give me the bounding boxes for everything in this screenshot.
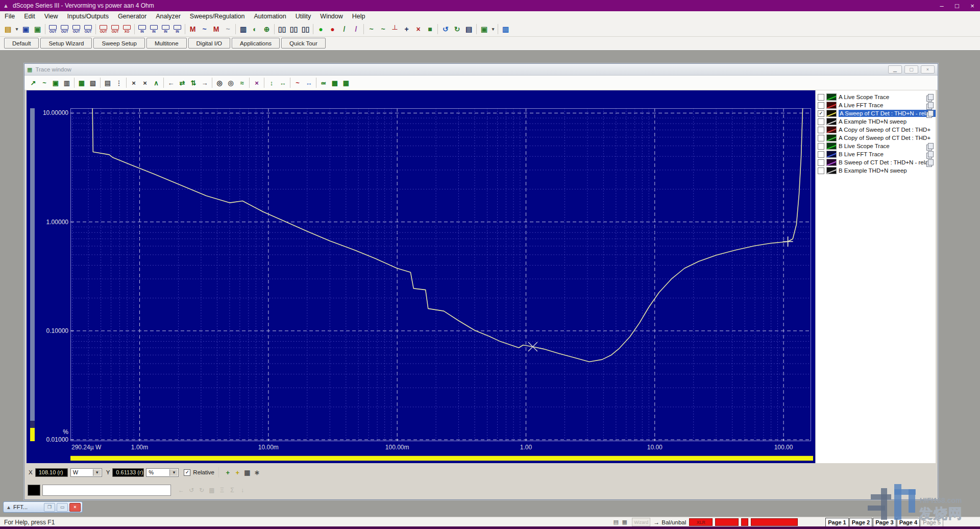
undo-icon[interactable]: ↺: [439, 23, 451, 35]
trace-minimize-button[interactable]: ▁: [888, 65, 902, 74]
menu-view[interactable]: View: [40, 11, 63, 21]
x-axis-scrollbar[interactable]: [70, 455, 813, 461]
trace-checkbox[interactable]: [818, 159, 824, 166]
normalize-icon[interactable]: ≃: [318, 77, 329, 88]
trace-checkbox[interactable]: [818, 118, 824, 125]
analyzer-2-icon[interactable]: M: [210, 23, 222, 35]
copy-trace-icon[interactable]: [928, 110, 934, 116]
legend-row-label[interactable]: B Live FFT Trace: [839, 151, 936, 157]
page-button-page-1[interactable]: Page 1: [825, 518, 848, 527]
tab-setup-wizard[interactable]: Setup Wizard: [40, 38, 92, 49]
io-mode-label[interactable]: Bal/unbal: [662, 519, 686, 525]
legend-row[interactable]: B Sweep of CT Det : THD+N - rela: [816, 158, 936, 166]
page-button-page-3[interactable]: Page 3: [873, 518, 896, 527]
copy-trace-icon[interactable]: [928, 94, 934, 100]
pan-left-icon[interactable]: ←: [165, 77, 177, 88]
trace-color-swatch[interactable]: [28, 485, 40, 496]
trace-checkbox[interactable]: [818, 135, 824, 141]
copy-trace-icon[interactable]: [928, 159, 934, 165]
trace-checkbox[interactable]: [818, 151, 824, 158]
legend-row[interactable]: B Example THD+N sweep: [816, 166, 936, 175]
grid-icon[interactable]: ▤: [102, 77, 113, 88]
tab-default[interactable]: Default: [4, 38, 39, 49]
menu-automation[interactable]: Automation: [250, 11, 291, 21]
legend-row-label[interactable]: A Copy of Sweep of CT Det : THD+: [839, 127, 936, 133]
save-trace-icon[interactable]: ▣: [50, 77, 61, 88]
y-axis-scrollbar[interactable]: [30, 108, 35, 441]
input-a-icon[interactable]: IN: [136, 23, 148, 35]
add-reference-cursor-icon[interactable]: +: [233, 468, 242, 477]
region-icon[interactable]: ▩: [329, 77, 340, 88]
redo-icon[interactable]: ↻: [451, 23, 463, 35]
channel-ab-icon[interactable]: ▯▯: [288, 23, 300, 35]
sweep-alt-icon[interactable]: /: [350, 23, 362, 35]
analyzer-1-icon[interactable]: M: [187, 23, 199, 35]
legend-row[interactable]: A Copy of Sweep of CT Det : THD+: [816, 134, 936, 142]
legend-row[interactable]: A Example THD+N sweep: [816, 117, 936, 126]
legend-row[interactable]: B Live Scope Trace: [816, 142, 936, 150]
pan-right-icon[interactable]: →: [199, 77, 210, 88]
print-icon[interactable]: ▤: [463, 23, 475, 35]
legend-row-label[interactable]: B Live Scope Trace: [839, 143, 936, 149]
span-icon[interactable]: ↔: [303, 77, 314, 88]
autoscale-icon[interactable]: ↗: [28, 77, 39, 88]
zoom-in-icon[interactable]: ◎: [214, 77, 225, 88]
menu-help[interactable]: Help: [348, 11, 370, 21]
y-readout-value[interactable]: 0.61133 (r): [112, 468, 144, 477]
tab-sweep-setup[interactable]: Sweep Setup: [93, 38, 144, 49]
trace-checkbox[interactable]: [818, 127, 824, 133]
meter-icon[interactable]: ◐: [249, 23, 261, 35]
page-button-page-4[interactable]: Page 4: [897, 518, 920, 527]
report-dropdown-icon[interactable]: ▾: [490, 23, 496, 35]
menu-sweeps-regulation[interactable]: Sweeps/Regulation: [185, 11, 250, 21]
report-icon[interactable]: ▣: [478, 23, 490, 35]
trigger-icon[interactable]: ┴: [389, 23, 401, 35]
expand-x-icon[interactable]: ⇄: [177, 77, 188, 88]
legend-row-label[interactable]: A Live Scope Trace: [839, 94, 936, 100]
menu-utility[interactable]: Utility: [291, 11, 316, 21]
graph-outline-icon[interactable]: ▧: [87, 77, 99, 88]
x-readout-value[interactable]: 108.10 (r): [35, 468, 68, 477]
cursor-horizontal-icon[interactable]: ↔: [277, 77, 288, 88]
trace-checkbox[interactable]: [818, 143, 824, 150]
expand-y-icon[interactable]: ⇅: [188, 77, 199, 88]
copy-trace-icon[interactable]: [928, 143, 934, 149]
start-icon[interactable]: ●: [315, 23, 327, 35]
grid-toggle-icon[interactable]: ▦: [340, 77, 352, 88]
trace-close-button[interactable]: ×: [921, 65, 935, 74]
x-scroll-thumb[interactable]: [70, 456, 813, 461]
keypad-status-icon[interactable]: ▦: [620, 518, 629, 526]
y-unit-dropdown-icon[interactable]: ▼: [169, 469, 178, 476]
page-button-page-5[interactable]: Page 5: [920, 518, 943, 527]
zoom-out-icon[interactable]: ◎: [225, 77, 236, 88]
tab-quick-tour[interactable]: Quick Tour: [281, 38, 326, 49]
graph-filled-icon[interactable]: ▦: [76, 77, 87, 88]
output-d-icon[interactable]: OUT: [82, 23, 94, 35]
settings-icon[interactable]: ⊕: [261, 23, 273, 35]
scope-icon[interactable]: ▥: [237, 23, 249, 35]
open-file-icon[interactable]: ▤: [2, 23, 14, 35]
trace-maximize-button[interactable]: ▢: [904, 65, 918, 74]
annotation-input[interactable]: [42, 485, 171, 496]
y-scroll-thumb-accent[interactable]: [30, 428, 35, 441]
legend-row-label[interactable]: A Sweep of CT Det : THD+N - relat: [839, 110, 936, 117]
legend-row[interactable]: B Live FFT Trace: [816, 150, 936, 158]
legend-row[interactable]: ✓A Sweep of CT Det : THD+N - relat: [816, 109, 936, 117]
close-button[interactable]: ×: [965, 0, 980, 11]
grid-dots-icon[interactable]: ⋮: [113, 77, 125, 88]
clear-trace-icon[interactable]: ×: [128, 77, 139, 88]
output-a-icon[interactable]: OUT: [47, 23, 59, 35]
wave-2-icon[interactable]: ~: [377, 23, 389, 35]
trace-checkbox[interactable]: ✓: [818, 110, 824, 117]
relative-checkbox[interactable]: ✓: [184, 469, 190, 476]
cursor-vertical-icon[interactable]: ↕: [266, 77, 277, 88]
legend-row-label[interactable]: A Example THD+N sweep: [839, 118, 936, 125]
zoom-fit-icon[interactable]: ≈: [236, 77, 248, 88]
stop-icon[interactable]: ●: [327, 23, 338, 35]
tab-multitone[interactable]: Multitone: [146, 38, 187, 49]
y-scroll-thumb[interactable]: [30, 108, 35, 421]
fft-restore-button[interactable]: ❐: [44, 503, 55, 512]
script-icon[interactable]: ■: [424, 23, 436, 35]
menu-analyzer[interactable]: Analyzer: [151, 11, 185, 21]
minimize-button[interactable]: –: [934, 0, 949, 11]
